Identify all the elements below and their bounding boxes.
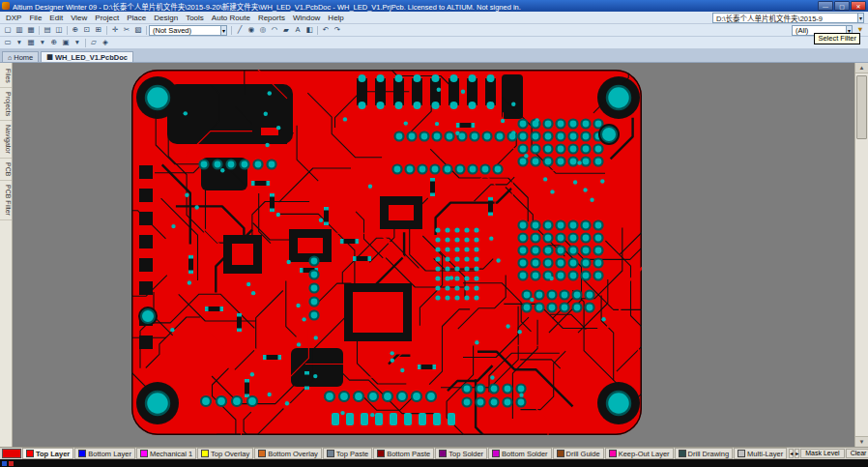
- layer-tab-bottom-paste[interactable]: Bottom Paste: [373, 448, 434, 459]
- layer-tab-label: Drill Drawing: [688, 450, 730, 458]
- window-controls: —▢✕: [818, 1, 866, 11]
- layer-tab-top-paste[interactable]: Top Paste: [323, 448, 372, 459]
- layer-tab-bottom-solder[interactable]: Bottom Solder: [488, 448, 552, 459]
- menu-tools[interactable]: Tools: [182, 14, 208, 22]
- panel-tab-navigator[interactable]: Navigator: [0, 121, 12, 159]
- panel-tab-pcb-filter[interactable]: PCB Filter: [0, 181, 12, 220]
- room-icon[interactable]: ▱: [88, 38, 100, 47]
- saved-state-value: (Not Saved): [153, 26, 218, 35]
- toolbar-separator: [317, 26, 318, 35]
- origin-icon[interactable]: ⊕: [48, 38, 60, 47]
- menu-reports[interactable]: Reports: [254, 14, 289, 22]
- pad-icon[interactable]: ◉: [246, 25, 257, 35]
- zoom-in-icon[interactable]: ⊕: [70, 25, 81, 35]
- layer-color-chip: [26, 450, 34, 457]
- layer-tab-label: Top Solder: [448, 450, 483, 458]
- undo-icon[interactable]: ↶: [320, 25, 332, 35]
- menu-dxp[interactable]: DXP: [2, 14, 25, 22]
- scroll-up-icon[interactable]: ▲: [855, 63, 868, 73]
- layer-color-chip: [140, 450, 148, 457]
- minimize-button[interactable]: —: [818, 1, 833, 11]
- menu-view[interactable]: View: [67, 14, 91, 22]
- zoom-area-icon[interactable]: ⊡: [81, 25, 93, 35]
- layer-tab-bottom-layer[interactable]: Bottom Layer: [74, 448, 135, 459]
- save-icon[interactable]: ▦: [25, 25, 37, 35]
- layer-tab-drill-guide[interactable]: Drill Guide: [553, 448, 604, 459]
- saved-state-combo[interactable]: (Not Saved)▾: [149, 25, 227, 36]
- vertical-scrollbar[interactable]: ▲ ▼: [854, 63, 868, 447]
- layer-color-chip: [738, 450, 745, 457]
- menu-auto-route[interactable]: Auto Route: [208, 14, 254, 22]
- layer-tab-keep-out-layer[interactable]: Keep-Out Layer: [605, 448, 674, 459]
- pcb-document-icon: ▦: [46, 53, 53, 61]
- current-layer-color: [2, 449, 21, 458]
- print-icon[interactable]: ▤: [42, 25, 53, 35]
- print-preview-icon[interactable]: ◫: [53, 25, 65, 35]
- layer-tab-bottom-overlay[interactable]: Bottom Overlay: [254, 448, 322, 459]
- doc-tab-home[interactable]: ⌂Home: [2, 51, 39, 62]
- union-icon[interactable]: ◈: [100, 38, 111, 47]
- layer-color-chip: [377, 450, 385, 457]
- layer-tab-top-solder[interactable]: Top Solder: [435, 448, 487, 459]
- maximize-button[interactable]: ▢: [834, 1, 850, 11]
- close-button[interactable]: ✕: [851, 1, 866, 11]
- menu-file[interactable]: File: [25, 14, 45, 22]
- layer-scroll-left-icon[interactable]: ◂: [789, 449, 794, 458]
- layer-tab-label: Bottom Overlay: [268, 450, 318, 458]
- chevron-down-icon[interactable]: ▾: [220, 26, 226, 35]
- menu-project[interactable]: Project: [91, 14, 123, 22]
- layer-tab-top-overlay[interactable]: Top Overlay: [197, 448, 253, 459]
- pcb-canvas[interactable]: [13, 63, 854, 447]
- snap-icon[interactable]: ▣: [60, 38, 72, 47]
- menu-design[interactable]: Design: [150, 14, 182, 22]
- toolbar-separator: [85, 39, 86, 47]
- mask-level-button[interactable]: Mask Level: [800, 449, 844, 458]
- menu-bar: DXPFileEditViewProjectPlaceDesignToolsAu…: [0, 12, 868, 24]
- pcb-drawing: [13, 63, 854, 447]
- clipboard-icon[interactable]: ▧: [132, 25, 144, 35]
- arc-icon[interactable]: ◠: [269, 25, 280, 35]
- scrollbar-thumb[interactable]: [856, 75, 867, 139]
- redo-icon[interactable]: ↷: [332, 25, 343, 35]
- layer-color-chip: [258, 450, 266, 457]
- cut-icon[interactable]: ✂: [121, 25, 132, 35]
- panel-tab-pcb[interactable]: PCB: [0, 159, 12, 181]
- layer-color-chip: [439, 450, 447, 457]
- zoom-fit-icon[interactable]: ⊞: [93, 25, 104, 35]
- via-icon[interactable]: ◎: [257, 25, 269, 35]
- layer-tab-multi-layer[interactable]: Multi-Layer: [734, 448, 787, 459]
- interactive-routing-icon[interactable]: ╱: [234, 25, 246, 35]
- layer-tab-label: Drill Guide: [566, 450, 600, 458]
- menu-window[interactable]: Window: [289, 14, 324, 22]
- select-filter-tooltip: Select Filter: [814, 33, 860, 44]
- doc-tab-label: Home: [14, 53, 33, 62]
- component-icon[interactable]: ◧: [304, 25, 315, 35]
- layer-scroll-right-icon[interactable]: ▸: [795, 449, 799, 458]
- cross-probe-icon[interactable]: ✛: [109, 25, 121, 35]
- panel-tab-files[interactable]: Files: [0, 65, 12, 88]
- layer-tab-drill-drawing[interactable]: Drill Drawing: [675, 448, 734, 459]
- string-icon[interactable]: A: [292, 25, 304, 35]
- clear-button[interactable]: Clear: [846, 449, 868, 458]
- scroll-down-icon[interactable]: ▼: [855, 436, 868, 447]
- doc-tab-wh-led-v1-pcbdoc[interactable]: ▦WH_LED_V1.PcbDoc: [41, 51, 133, 62]
- grid-dropdown-icon[interactable]: ▾: [37, 38, 48, 47]
- new-document-icon[interactable]: ▢: [2, 25, 14, 35]
- open-icon[interactable]: ▥: [14, 25, 25, 35]
- layer-color-chip: [609, 450, 617, 457]
- panel-tab-projects[interactable]: Projects: [0, 88, 12, 121]
- layer-tab-label: Multi-Layer: [747, 450, 783, 458]
- document-path-combo[interactable]: D:\长泰个人单片机文件夹\2015-9 ▾: [712, 13, 864, 23]
- board-shape-icon[interactable]: ▭: [2, 38, 14, 47]
- chevron-down-icon[interactable]: ▾: [857, 14, 863, 22]
- menu-edit[interactable]: Edit: [45, 14, 67, 22]
- menu-help[interactable]: Help: [324, 14, 347, 22]
- layer-tab-mechanical-1[interactable]: Mechanical 1: [136, 448, 196, 459]
- layer-tab-top-layer[interactable]: Top Layer: [22, 448, 73, 459]
- toolbar-separator: [231, 26, 232, 35]
- grid-icon[interactable]: ▦: [25, 38, 37, 47]
- fill-icon[interactable]: ▰: [280, 25, 292, 35]
- snap-dropdown-icon[interactable]: ▾: [72, 38, 83, 47]
- board-shape-dropdown-icon[interactable]: ▾: [14, 38, 25, 47]
- menu-place[interactable]: Place: [123, 14, 150, 22]
